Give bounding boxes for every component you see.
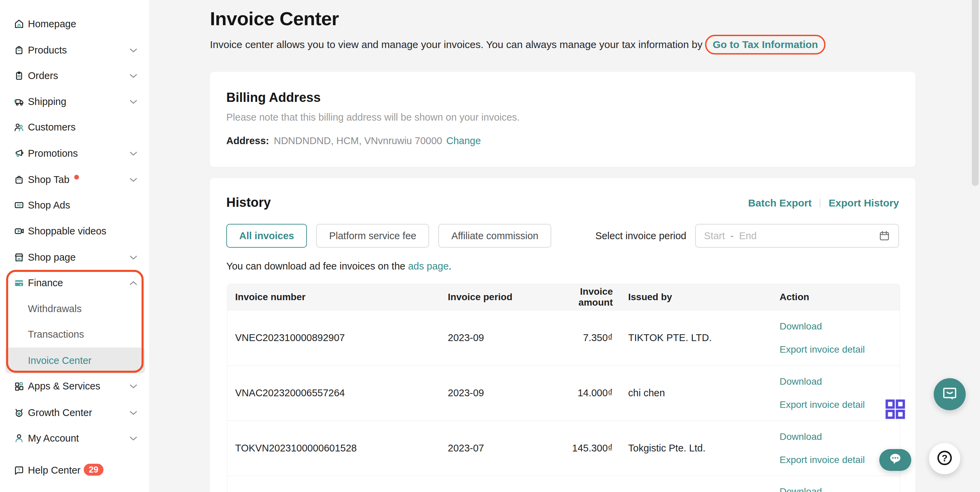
sidebar-item-promotions[interactable]: Promotions [0, 141, 150, 166]
col-action: Action [780, 292, 900, 303]
sidebar-item-shoppable-videos[interactable]: Shoppable videos [0, 218, 150, 244]
row-actions: Download Export invoice detail [780, 376, 900, 410]
sidebar-item-products[interactable]: Products [0, 37, 150, 63]
invoice-number: TOKVN2023100000601528 [235, 442, 448, 454]
invoice-amount: 14.000₫ [546, 387, 613, 399]
sidebar-item-my-account[interactable]: My Account [0, 425, 150, 451]
chevron-down-icon [129, 255, 137, 261]
chevron-down-icon [129, 151, 137, 157]
chevron-down-icon [129, 384, 137, 390]
export-invoice-detail-link[interactable]: Export invoice detail [780, 344, 900, 355]
col-invoice-period: Invoice period [448, 292, 546, 303]
sidebar-item-shop-page[interactable]: Shop page [0, 244, 150, 270]
page-description: Invoice center allows you to view and ma… [210, 33, 826, 57]
tab-platform-service-fee[interactable]: Platform service fee [316, 224, 429, 248]
sidebar-item-invoice-center[interactable]: Invoice Center [0, 348, 150, 374]
chevron-up-icon [129, 281, 137, 287]
sidebar-item-growth-center[interactable]: Growth Center [0, 400, 150, 426]
tab-affiliate-commission[interactable]: Affiliate commission [438, 224, 551, 248]
billing-address-card: Billing Address Please note that this bi… [210, 72, 915, 167]
ad-icon: AD [14, 200, 24, 211]
sidebar-item-transactions[interactable]: Transactions [0, 321, 150, 347]
sidebar-item-shop-ads[interactable]: AD Shop Ads [0, 192, 150, 218]
tab-all-invoices[interactable]: All invoices [226, 224, 307, 248]
sidebar-item-shop-tab[interactable]: Shop Tab [0, 167, 150, 193]
person-icon [14, 433, 24, 444]
billing-address-title: Billing Address [226, 90, 321, 105]
video-icon [14, 225, 24, 236]
sidebar-item-withdrawals[interactable]: Withdrawals [0, 296, 150, 322]
medal-icon [14, 407, 24, 418]
export-invoice-detail-link[interactable]: Export invoice detail [780, 399, 900, 410]
sidebar-item-help-center[interactable]: ? Help Center 29 [0, 457, 150, 483]
download-link[interactable]: Download [780, 431, 900, 442]
table-row: VNEC202310000892907 2023-09 7.350₫ TIKTO… [227, 310, 900, 365]
go-to-tax-information-link[interactable]: Go to Tax Information [713, 39, 818, 50]
history-header-links: Batch Export Export History [748, 197, 899, 209]
sidebar-item-customers[interactable]: Customers [0, 114, 150, 140]
help-button[interactable]: ? [929, 443, 960, 474]
invoice-period-filter: Select invoice period Start - End [595, 224, 899, 248]
customers-icon [14, 121, 24, 133]
sidebar-item-finance[interactable]: Finance [0, 270, 150, 296]
table-row: TOKVN2023100000601528 2023-07 145.300₫ T… [227, 420, 900, 476]
sidebar-item-homepage[interactable]: Homepage [0, 11, 150, 37]
sidebar: Homepage Products Orders Shipping Custom… [0, 0, 150, 492]
invoice-period: 2023-09 [448, 332, 546, 343]
sidebar-item-apps-services[interactable]: Apps & Services [0, 373, 150, 399]
storefront-icon [14, 252, 24, 263]
invoice-number: VNAC202320006557264 [235, 387, 448, 399]
batch-export-link[interactable]: Batch Export [748, 197, 812, 209]
invoice-period: 2023-09 [448, 387, 546, 399]
chevron-down-icon [129, 99, 137, 105]
chevron-down-icon [129, 73, 137, 80]
sidebar-item-shipping[interactable]: Shipping [0, 89, 150, 115]
main-content: Invoice Center Invoice center allows you… [150, 0, 980, 492]
address-row: Address:NDNDNDND, HCM, VNvnruwiu 70000Ch… [226, 135, 481, 147]
download-link[interactable]: Download [780, 321, 900, 332]
history-card: History Batch Export Export History All … [210, 178, 915, 492]
export-history-link[interactable]: Export History [829, 197, 899, 209]
chat-support-button[interactable] [934, 378, 966, 410]
message-bubble-button[interactable] [879, 449, 911, 471]
svg-text:?: ? [18, 468, 21, 473]
invoice-number: VNEC202310000892907 [235, 332, 448, 343]
issued-by: chi chen [628, 387, 780, 399]
megaphone-icon [14, 148, 24, 159]
clipboard-icon [14, 70, 24, 81]
bag-icon [14, 45, 24, 56]
question-mark-icon: ? [935, 448, 954, 469]
chevron-down-icon [129, 177, 137, 184]
invoice-period: 2023-07 [448, 442, 546, 454]
col-issued-by: Issued by [628, 292, 780, 303]
invoice-amount: 145.300₫ [546, 442, 613, 454]
start-date-placeholder: Start [704, 230, 725, 241]
calendar-icon[interactable] [878, 230, 890, 241]
invoice-table-header: Invoice number Invoice period Invoice am… [227, 284, 900, 310]
date-range-input[interactable]: Start - End [695, 224, 899, 248]
table-row: VNAC202320006557264 2023-09 14.000₫ chi … [227, 365, 900, 420]
chevron-down-icon [129, 436, 137, 442]
apps-icon [14, 380, 24, 391]
help-bubble-icon: ? [14, 465, 24, 476]
history-title: History [226, 195, 271, 210]
col-invoice-number: Invoice number [235, 292, 448, 303]
svg-text:AD: AD [17, 203, 22, 207]
extension-grid-icon[interactable] [885, 399, 906, 420]
issued-by: TIKTOK PTE. LTD. [628, 332, 780, 343]
sidebar-item-orders[interactable]: Orders [0, 63, 150, 89]
credit-card-icon [14, 277, 24, 288]
download-link[interactable]: Download [780, 486, 822, 492]
change-address-link[interactable]: Change [446, 135, 481, 146]
chat-smile-icon [941, 385, 959, 404]
invoice-filter-tabs: All invoices Platform service fee Affili… [226, 224, 551, 248]
chevron-down-icon [129, 411, 137, 417]
vertical-scrollbar-thumb[interactable] [972, 0, 978, 186]
invoice-table: Invoice number Invoice period Invoice am… [227, 284, 900, 492]
download-link[interactable]: Download [780, 376, 900, 387]
svg-text:?: ? [942, 453, 947, 463]
period-label: Select invoice period [595, 230, 686, 241]
table-row-partial: Download [227, 476, 900, 492]
ads-page-link[interactable]: ads page [408, 260, 449, 272]
invoice-amount: 7.350₫ [546, 332, 613, 343]
